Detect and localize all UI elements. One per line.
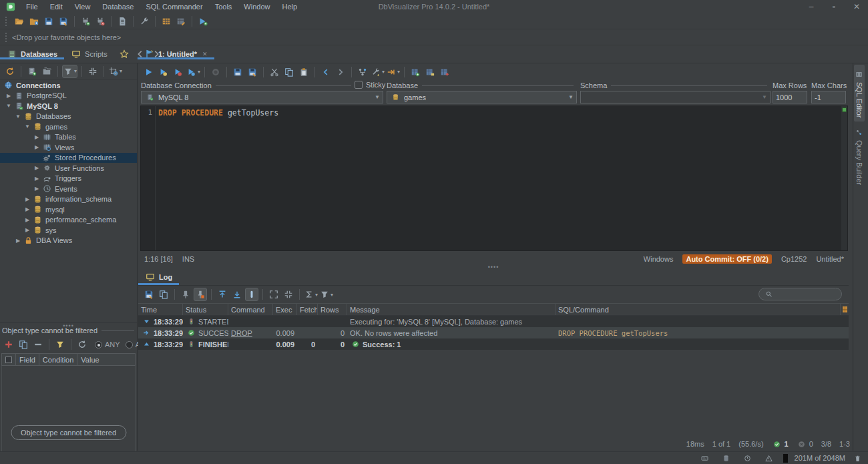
objects-collapse-all-button[interactable] — [86, 65, 99, 78]
filter-minus-button[interactable] — [31, 338, 45, 351]
log-aggregate-sigma-button[interactable]: ▾ — [304, 288, 318, 301]
gc-trash-icon[interactable] — [852, 453, 863, 463]
main-disconnect-button[interactable] — [93, 15, 107, 28]
objects-folders-button[interactable] — [40, 65, 53, 78]
sql-play-red-button[interactable] — [172, 65, 185, 79]
main-script-button[interactable] — [116, 15, 129, 28]
main-edit-table-button[interactable] — [174, 15, 188, 28]
log-pin-orange-button[interactable] — [194, 288, 207, 301]
tree-expander-icon[interactable]: ▶ — [32, 165, 41, 171]
main-save-button[interactable] — [42, 15, 55, 28]
autocommit-badge[interactable]: Auto Commit: OFF (0/2) — [682, 254, 771, 264]
sql-paste-button[interactable] — [297, 65, 310, 79]
main-folder-new-button[interactable] — [27, 15, 41, 28]
menu-database[interactable]: Database — [96, 3, 140, 11]
toolbar-grip[interactable] — [5, 17, 8, 26]
sql-table-rollback-button[interactable] — [438, 65, 451, 79]
tree-expander-icon[interactable]: ▶ — [4, 93, 13, 99]
log-save-as-button[interactable] — [142, 288, 156, 301]
filter-plus-red-button[interactable] — [2, 338, 15, 351]
tab-scripts[interactable]: Scripts — [64, 49, 114, 59]
sql-play-blue-button[interactable] — [142, 65, 156, 79]
main-connect-button[interactable] — [79, 15, 92, 28]
log-row-started[interactable]: 18:33:29STARTEDExecuting for: 'MySQL 8' … — [138, 316, 849, 327]
status-keyboard-button[interactable] — [698, 451, 712, 464]
main-folder-open-button[interactable] — [13, 15, 26, 28]
sticky-option[interactable]: Sticky — [355, 81, 385, 89]
line-ending-indicator[interactable]: Windows — [644, 255, 674, 263]
sql-copy-button[interactable] — [282, 65, 296, 79]
connection-select[interactable]: MySQL 8▼ — [141, 91, 383, 103]
tree-item-tables[interactable]: ▶Tables — [0, 132, 137, 143]
tree-item-games[interactable]: ▼games — [0, 122, 137, 132]
tree-item-triggers[interactable]: ▶Triggers — [0, 174, 137, 184]
column-settings-icon[interactable] — [841, 303, 849, 315]
log-col-rows[interactable]: Rows — [318, 304, 347, 315]
tree-item-databases[interactable]: ▼Databases — [0, 111, 137, 122]
tree-expander-icon[interactable]: ▶ — [13, 238, 23, 244]
menu-help[interactable]: Help — [276, 3, 303, 11]
tree-expander-icon[interactable]: ▶ — [23, 227, 32, 233]
close-button[interactable]: ✕ — [845, 2, 868, 11]
log-col-fetch[interactable]: Fetch — [297, 304, 318, 315]
tree-item-connections[interactable]: Connections — [0, 80, 137, 91]
log-col-time[interactable]: Time — [138, 304, 183, 315]
favorites-bar[interactable]: <Drop your favorite objects here> — [0, 29, 868, 45]
tree-expander-icon[interactable]: ▶ — [32, 144, 41, 150]
filter-copy-button[interactable] — [17, 338, 30, 351]
tree-expander-icon[interactable]: ▶ — [32, 176, 41, 182]
sql-save-as-button[interactable] — [246, 65, 259, 79]
filter-col-field[interactable]: Field — [15, 354, 39, 365]
log-command-link[interactable]: DROP — [231, 329, 252, 337]
log-copy-button[interactable] — [157, 288, 170, 301]
schema-select[interactable]: ▼ — [580, 91, 771, 103]
tree-item-dba-views[interactable]: ▶DBA Views — [0, 236, 137, 246]
log-col-sql-command[interactable]: SQL/Command — [556, 304, 841, 315]
main-tool-properties-button[interactable] — [138, 15, 151, 28]
encoding-indicator[interactable]: Cp1252 — [781, 255, 807, 263]
sql-table-save-button[interactable] — [423, 65, 437, 79]
memory-indicator[interactable]: 201M of 2048M — [795, 454, 845, 462]
tab-log[interactable]: Log — [138, 269, 179, 285]
log-row-success[interactable]: 18:33:29SUCCESSDROP0.0090OK. No rows wer… — [138, 327, 849, 338]
max-rows-input[interactable]: 1000 — [773, 91, 807, 103]
sql-table-commit-button[interactable] — [409, 65, 422, 79]
tree-item-sys[interactable]: ▶sys — [0, 225, 137, 236]
filter-select-all-checkbox[interactable] — [5, 357, 12, 363]
log-clear-gray-button[interactable] — [179, 288, 192, 301]
radio-any[interactable]: ANY — [95, 340, 120, 349]
favorites-grip[interactable] — [5, 33, 8, 42]
minimize-button[interactable]: – — [800, 2, 823, 11]
sql-save-button[interactable] — [231, 65, 244, 79]
star-button[interactable] — [118, 47, 131, 61]
tree-item-performance_schema[interactable]: ▶performance_schema — [0, 215, 137, 226]
log-col-status[interactable]: Status — [183, 304, 228, 315]
log-funnel-gray-button[interactable]: ▾ — [319, 288, 333, 301]
sql-explain-plan-button[interactable] — [356, 65, 369, 79]
sql-back-blue-button[interactable] — [319, 65, 333, 79]
sql-forward-gray-button[interactable] — [334, 65, 347, 79]
radio-dot[interactable] — [95, 341, 102, 349]
tab-databases[interactable]: Databases — [0, 49, 64, 59]
menu-tools[interactable]: Tools — [209, 3, 238, 11]
tree-expander-icon[interactable]: ▶ — [23, 196, 32, 202]
tab-untitled-editor[interactable]: 1: Untitled*✕ — [138, 49, 214, 59]
filter-col-value[interactable]: Value — [77, 354, 135, 365]
menu-file[interactable]: File — [20, 3, 44, 11]
tree-item-events[interactable]: ▶Events — [0, 184, 137, 194]
log-col-exec[interactable]: Exec — [273, 304, 297, 315]
menu-view[interactable]: View — [69, 3, 97, 11]
filter-refresh-gray-button[interactable] — [75, 338, 89, 351]
tree-item-stored-procedures[interactable]: Stored Procedures — [0, 153, 137, 164]
log-follow-bar-button[interactable] — [245, 288, 258, 301]
sql-cut-button[interactable] — [268, 65, 281, 79]
tree-expander-icon[interactable]: ▶ — [32, 134, 41, 140]
log-row-finished[interactable]: 18:33:29FINISHED0.00900Success: 1 — [138, 338, 849, 350]
analysis-ok-indicator[interactable] — [842, 107, 847, 112]
log-col-command[interactable]: Command — [228, 304, 273, 315]
side-tab-sql-editor[interactable]: SQL Editor — [854, 65, 865, 122]
radio-dot[interactable] — [126, 341, 133, 349]
menu-edit[interactable]: Edit — [44, 3, 69, 11]
main-save-as-button[interactable] — [57, 15, 70, 28]
objects-crop-search-button[interactable]: ▾ — [108, 65, 122, 78]
